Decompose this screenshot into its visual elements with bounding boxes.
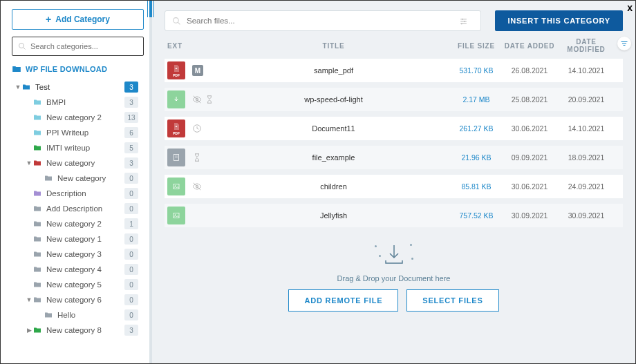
tree-item[interactable]: New category 21 bbox=[12, 216, 142, 231]
file-size: 2.17 MB bbox=[451, 95, 501, 104]
file-date-modified: 18.09.2021 bbox=[558, 153, 615, 162]
header-date-modified[interactable]: DATE MODIFIED bbox=[558, 38, 615, 53]
header-date-added[interactable]: DATE ADDED bbox=[501, 42, 558, 50]
tree-item[interactable]: BMPI3 bbox=[12, 95, 142, 110]
file-type-icon: PDF bbox=[167, 119, 185, 137]
tree-item[interactable]: Description0 bbox=[12, 186, 142, 201]
tree-item-label: Hello bbox=[57, 311, 124, 319]
count-badge: 5 bbox=[124, 142, 138, 153]
tree-item-label: Description bbox=[46, 189, 124, 198]
count-badge: 0 bbox=[124, 249, 138, 260]
file-title: wp-speed-of-light bbox=[216, 95, 451, 104]
file-date-modified: 20.09.2021 bbox=[558, 95, 615, 104]
tree-item[interactable]: ▼Test3 bbox=[12, 79, 142, 95]
hourglass-icon bbox=[205, 95, 214, 104]
svg-rect-20 bbox=[174, 184, 179, 189]
file-row[interactable]: children85.81 KB30.06.202124.09.2021 bbox=[165, 175, 623, 198]
header-filesize[interactable]: FILE SIZE bbox=[451, 42, 501, 50]
folder-icon bbox=[21, 83, 31, 91]
close-icon[interactable]: x bbox=[624, 1, 635, 15]
search-files-input[interactable] bbox=[187, 17, 459, 25]
add-remote-file-button[interactable]: ADD REMOTE FILE bbox=[288, 289, 398, 312]
tree-item[interactable]: Hello0 bbox=[12, 307, 142, 323]
tree-item[interactable]: ▶New category 83 bbox=[12, 323, 142, 338]
category-tree: ▼Test3BMPI3New category 213PPI Writeup6I… bbox=[12, 79, 142, 338]
svg-point-5 bbox=[462, 18, 463, 19]
file-row[interactable]: wp-speed-of-light2.17 MB25.08.202120.09.… bbox=[165, 88, 623, 111]
folder-icon bbox=[32, 159, 42, 167]
wp-file-download-header[interactable]: WP FILE DOWNLOAD bbox=[12, 64, 142, 74]
tree-item[interactable]: ▼New category3 bbox=[12, 155, 142, 171]
row-badges bbox=[192, 182, 216, 191]
folder-icon bbox=[32, 113, 42, 122]
tree-item[interactable]: New category 10 bbox=[12, 231, 142, 247]
tree-item[interactable]: New category0 bbox=[12, 171, 142, 186]
count-badge: 3 bbox=[124, 97, 138, 108]
search-icon bbox=[18, 42, 26, 50]
count-badge: 0 bbox=[124, 309, 138, 320]
tree-item-label: Add Description bbox=[46, 204, 124, 213]
count-badge: 3 bbox=[124, 82, 138, 93]
tree-item[interactable]: ▼New category 60 bbox=[12, 292, 142, 307]
tree-item-label: New category 5 bbox=[46, 280, 124, 289]
filter-toggle-icon[interactable] bbox=[459, 17, 468, 26]
file-type-icon bbox=[167, 149, 185, 166]
add-category-button[interactable]: + Add Category bbox=[12, 9, 144, 30]
row-badges bbox=[192, 95, 216, 104]
eye-off-icon bbox=[192, 182, 202, 191]
folder-icon bbox=[32, 204, 42, 213]
file-title: sample_pdf bbox=[216, 66, 451, 75]
dropzone-text: Drag & Drop your Document here bbox=[337, 274, 451, 282]
folder-icon bbox=[32, 128, 42, 137]
tree-item-label: IMTI writeup bbox=[46, 144, 124, 152]
folder-icon bbox=[32, 250, 42, 258]
file-date-added: 26.08.2021 bbox=[501, 66, 558, 75]
count-badge: 6 bbox=[124, 127, 138, 138]
tree-item[interactable]: New category 40 bbox=[12, 262, 142, 277]
tree-item[interactable]: IMTI writeup5 bbox=[12, 140, 142, 155]
folder-icon bbox=[32, 235, 42, 243]
count-badge: 0 bbox=[124, 203, 138, 214]
count-badge: 0 bbox=[124, 173, 138, 184]
file-title: Jellyfish bbox=[216, 211, 451, 220]
filter-icon bbox=[620, 39, 628, 48]
file-date-added: 09.09.2021 bbox=[501, 153, 558, 162]
file-size: 85.81 KB bbox=[451, 182, 501, 191]
select-files-button[interactable]: SELECT FILES bbox=[406, 289, 498, 312]
count-badge: 3 bbox=[124, 325, 138, 336]
file-date-added: 30.06.2021 bbox=[501, 124, 558, 133]
row-badges bbox=[192, 153, 216, 162]
column-filter-button[interactable] bbox=[617, 37, 631, 50]
file-title: file_example bbox=[216, 153, 451, 162]
file-size: 21.96 KB bbox=[451, 153, 501, 162]
table-header: EXT TITLE FILE SIZE DATE ADDED DATE MODI… bbox=[152, 38, 635, 59]
tree-item-label: New category 1 bbox=[46, 235, 124, 243]
header-ext[interactable]: EXT bbox=[167, 42, 216, 50]
toolbar: INSERT THIS CATEGORY bbox=[152, 1, 635, 38]
m-badge: M bbox=[192, 65, 203, 76]
expand-arrow-icon: ▶ bbox=[26, 327, 32, 334]
search-categories-input[interactable] bbox=[30, 42, 138, 50]
tree-item-label: BMPI bbox=[46, 98, 124, 106]
header-title[interactable]: TITLE bbox=[216, 42, 451, 50]
tree-item[interactable]: New category 30 bbox=[12, 247, 142, 262]
count-badge: 0 bbox=[124, 233, 138, 245]
file-row[interactable]: file_example21.96 KB09.09.202118.09.2021 bbox=[165, 146, 623, 169]
file-row[interactable]: PDFMsample_pdf531.70 KB26.08.202114.10.2… bbox=[165, 59, 623, 82]
folder-icon bbox=[32, 144, 42, 152]
add-category-label: Add Category bbox=[55, 15, 110, 24]
tree-item[interactable]: PPI Writeup6 bbox=[12, 125, 142, 140]
dropzone[interactable]: Drag & Drop your Document here ADD REMOT… bbox=[152, 242, 635, 325]
file-row[interactable]: Jellyfish757.52 KB30.09.202130.09.2021 bbox=[165, 204, 623, 227]
tree-item[interactable]: New category 213 bbox=[12, 110, 142, 125]
main-panel: INSERT THIS CATEGORY EXT TITLE FILE SIZE… bbox=[152, 1, 635, 363]
tree-item[interactable]: New category 50 bbox=[12, 277, 142, 292]
file-row[interactable]: PDFDocument11261.27 KB30.06.202114.10.20… bbox=[165, 117, 623, 140]
insert-category-button[interactable]: INSERT THIS CATEGORY bbox=[495, 10, 623, 31]
file-size: 757.52 KB bbox=[451, 211, 501, 220]
clock-icon bbox=[192, 124, 202, 133]
tree-item[interactable]: Add Description0 bbox=[12, 201, 142, 216]
search-icon bbox=[172, 17, 181, 26]
folder-icon bbox=[32, 220, 42, 228]
file-type-icon bbox=[167, 207, 185, 224]
